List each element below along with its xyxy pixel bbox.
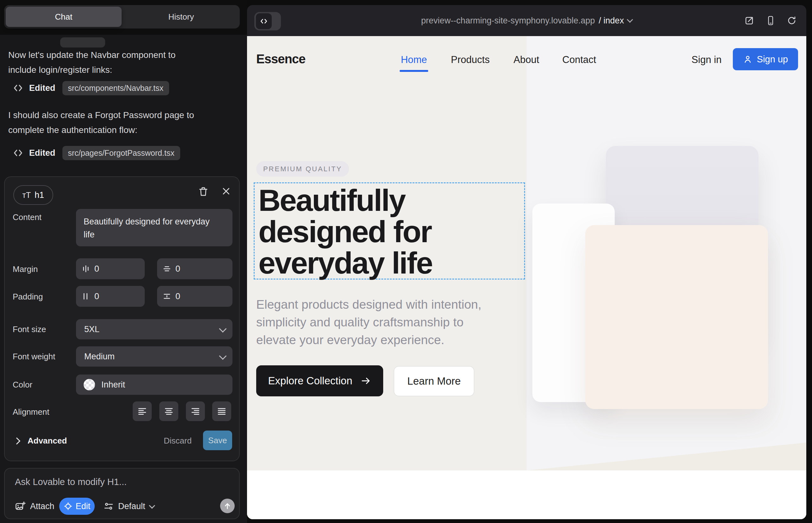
url-bar[interactable]: preview--charming-site-symphony.lovable.… <box>247 5 806 36</box>
padding-x-value: 0 <box>94 292 99 301</box>
mobile-preview-button[interactable] <box>766 15 775 26</box>
content-value: Beautifully designed for everyday life <box>84 215 210 241</box>
site-logo[interactable]: Essence <box>256 52 305 66</box>
url-domain: preview--charming-site-symphony.lovable.… <box>421 16 595 26</box>
chevron-right-icon <box>13 437 21 445</box>
nav-link-contact[interactable]: Contact <box>562 54 596 66</box>
section-below <box>247 470 806 519</box>
discard-button[interactable]: Discard <box>164 436 192 446</box>
app-window: Chat History Now let's update the Navbar… <box>0 0 812 523</box>
align-justify-button[interactable] <box>212 401 231 421</box>
message-line: complete the authentication flow: <box>8 123 194 138</box>
advanced-label: Advanced <box>28 436 67 446</box>
nav-link-home[interactable]: Home <box>401 54 427 66</box>
font-size-select[interactable]: 5XL <box>76 319 232 339</box>
paragraph-line: elevate your everyday experience. <box>256 331 481 349</box>
site-viewport: Essence Home Products About Contact Sign… <box>247 36 806 519</box>
arrow-right-icon <box>360 376 371 386</box>
font-weight-value: Medium <box>84 352 114 362</box>
open-external-button[interactable] <box>744 16 754 26</box>
edited-label: Edited <box>29 83 55 93</box>
edited-file-row[interactable]: Edited src/components/Navbar.tsx <box>13 81 169 95</box>
assistant-message: I should also create a Forgot Password p… <box>8 108 194 138</box>
element-tag-pill: тT h1 <box>13 185 53 205</box>
paragraph-line: Elegant products designed with intention… <box>256 296 481 313</box>
align-right-button[interactable] <box>186 401 205 421</box>
element-tag: h1 <box>35 190 44 200</box>
message-line: I should also create a Forgot Password p… <box>8 108 194 123</box>
color-value: Inherit <box>101 380 125 390</box>
chat-composer[interactable]: Ask Lovable to modify H1... Attach Edit … <box>4 468 240 519</box>
assistant-message: Now let's update the Navbar component to… <box>8 48 175 77</box>
margin-horizontal-icon <box>82 265 90 273</box>
file-chip[interactable]: src/components/Navbar.tsx <box>63 81 170 95</box>
chat-sidebar: Chat History Now let's update the Navbar… <box>0 0 247 523</box>
attach-image-icon <box>15 501 26 511</box>
h1-selection-outline[interactable]: Beautifully designed for everyday life <box>254 182 525 279</box>
close-panel-button[interactable] <box>222 186 231 196</box>
premium-quality-badge: PREMIUM QUALITY <box>256 161 349 177</box>
message-line: include login/register links: <box>8 62 175 77</box>
sign-up-label: Sign up <box>757 54 788 65</box>
padding-x-input[interactable]: 0 <box>76 286 145 307</box>
save-button[interactable]: Save <box>203 431 232 450</box>
tab-history[interactable]: History <box>123 5 240 29</box>
edited-label: Edited <box>29 148 55 158</box>
send-button[interactable] <box>220 499 235 513</box>
margin-x-input[interactable]: 0 <box>76 258 145 279</box>
arrow-up-icon <box>223 502 231 510</box>
refresh-button[interactable] <box>787 16 797 26</box>
chevron-down-icon <box>627 16 633 23</box>
padding-y-input[interactable]: 0 <box>157 286 232 307</box>
content-label: Content <box>13 213 41 222</box>
composer-input[interactable]: Ask Lovable to modify H1... <box>15 477 127 487</box>
font-weight-select[interactable]: Medium <box>76 346 232 366</box>
nav-link-products[interactable]: Products <box>451 54 490 66</box>
preview-pane: preview--charming-site-symphony.lovable.… <box>247 5 806 519</box>
decor-cream-card <box>585 225 768 409</box>
edit-label: Edit <box>76 502 91 511</box>
hero-paragraph: Elegant products designed with intention… <box>256 296 481 349</box>
edit-mode-button[interactable]: Edit <box>59 498 95 515</box>
attach-label: Attach <box>30 502 54 511</box>
attach-button[interactable]: Attach <box>15 498 54 515</box>
message-line: Now let's update the Navbar component to <box>8 48 175 62</box>
code-icon <box>13 147 23 158</box>
margin-y-value: 0 <box>175 264 180 274</box>
content-input[interactable]: Beautifully designed for everyday life <box>76 209 232 246</box>
close-icon <box>222 186 231 196</box>
edited-file-row[interactable]: Edited src/pages/ForgotPassword.tsx <box>13 146 180 160</box>
nav-link-about[interactable]: About <box>513 54 539 66</box>
font-size-label: Font size <box>13 325 46 334</box>
tab-chat[interactable]: Chat <box>6 7 122 27</box>
align-left-button[interactable] <box>133 401 152 421</box>
explore-collection-label: Explore Collection <box>268 375 352 387</box>
heading-line: designed for <box>259 216 432 247</box>
delete-element-button[interactable] <box>198 186 209 197</box>
margin-label: Margin <box>13 264 38 274</box>
user-icon <box>743 54 753 64</box>
align-center-button[interactable] <box>159 401 178 421</box>
color-select[interactable]: Inherit <box>76 375 232 395</box>
sign-in-link[interactable]: Sign in <box>692 54 722 66</box>
align-center-icon <box>164 408 173 415</box>
padding-y-value: 0 <box>175 292 180 301</box>
margin-y-input[interactable]: 0 <box>157 258 232 279</box>
learn-more-button[interactable]: Learn More <box>394 366 474 396</box>
chrome-actions <box>744 5 797 36</box>
color-label: Color <box>13 380 32 390</box>
font-size-value: 5XL <box>84 325 100 334</box>
sign-up-button[interactable]: Sign up <box>733 48 798 70</box>
chat-history-tabbar: Chat History <box>4 5 240 29</box>
heading-line: everyday life <box>259 247 432 278</box>
advanced-toggle[interactable]: Advanced <box>14 436 67 446</box>
margin-x-value: 0 <box>94 264 99 274</box>
sliders-icon <box>104 501 114 511</box>
explore-collection-button[interactable]: Explore Collection <box>256 365 383 396</box>
default-label: Default <box>118 502 145 511</box>
chevron-down-icon <box>219 352 226 360</box>
paragraph-line: simplicity and quality craftsmanship to <box>256 313 481 331</box>
model-default-button[interactable]: Default <box>104 498 154 515</box>
heading-line: Beautifully <box>259 184 432 216</box>
file-chip[interactable]: src/pages/ForgotPassword.tsx <box>63 146 180 160</box>
